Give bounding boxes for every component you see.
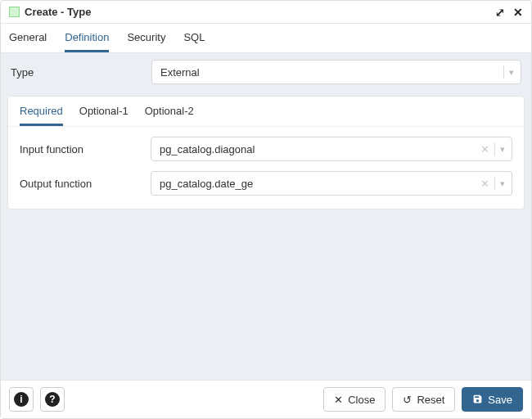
input-function-value: pg_catalog.diagonal: [160, 143, 255, 155]
input-function-row: Input function pg_catalog.diagonal ✕ ▾: [13, 132, 519, 166]
save-button-label: Save: [488, 394, 512, 406]
save-button[interactable]: Save: [462, 387, 523, 412]
clear-icon[interactable]: ✕: [480, 143, 489, 155]
tab-sql[interactable]: SQL: [183, 24, 205, 52]
info-icon: i: [14, 392, 29, 407]
definition-sub-panel: Required Optional-1 Optional-2 Input fun…: [7, 96, 525, 210]
type-select-value: External: [160, 66, 200, 79]
chevron-down-icon[interactable]: ▾: [509, 67, 514, 78]
clear-icon[interactable]: ✕: [480, 178, 489, 190]
titlebar-actions: ⤢ ✕: [495, 7, 523, 18]
tab-security[interactable]: Security: [127, 24, 165, 52]
expand-icon[interactable]: ⤢: [495, 7, 505, 18]
input-function-label: Input function: [20, 143, 151, 155]
sub-body: Input function pg_catalog.diagonal ✕ ▾: [8, 127, 524, 209]
chevron-down-icon[interactable]: ▾: [500, 144, 505, 155]
info-button[interactable]: i: [9, 387, 34, 412]
separator: [494, 177, 495, 190]
output-function-row: Output function pg_catalog.date_ge ✕ ▾: [13, 166, 519, 200]
help-button[interactable]: ?: [40, 387, 65, 412]
tab-definition[interactable]: Definition: [65, 24, 109, 52]
close-icon: ✕: [334, 394, 343, 405]
reset-button-label: Reset: [417, 394, 444, 406]
create-type-dialog: Create - Type ⤢ ✕ General Definition Sec…: [0, 0, 532, 419]
output-function-value: pg_catalog.date_ge: [160, 178, 253, 190]
help-icon: ?: [45, 392, 60, 407]
reset-icon: ↻: [403, 394, 412, 405]
separator: [494, 142, 495, 155]
input-function-select[interactable]: pg_catalog.diagonal ✕ ▾: [151, 137, 512, 161]
close-icon[interactable]: ✕: [513, 7, 523, 18]
type-icon: [9, 7, 20, 17]
sub-tab-required[interactable]: Required: [20, 97, 63, 126]
type-row: Type External ▾: [1, 53, 531, 91]
dialog-body: Type External ▾ Required Optional-1 Opti…: [1, 53, 531, 380]
chevron-down-icon[interactable]: ▾: [500, 178, 505, 189]
sub-tabbar: Required Optional-1 Optional-2: [8, 97, 524, 127]
output-function-label: Output function: [20, 178, 151, 190]
window-title: Create - Type: [25, 6, 495, 18]
type-select[interactable]: External ▾: [151, 60, 521, 84]
tab-general[interactable]: General: [9, 24, 47, 52]
titlebar: Create - Type ⤢ ✕: [1, 1, 531, 24]
output-function-select[interactable]: pg_catalog.date_ge ✕ ▾: [151, 171, 512, 196]
close-button[interactable]: ✕ Close: [323, 387, 385, 412]
sub-tab-optional-2[interactable]: Optional-2: [145, 97, 194, 126]
save-icon: [472, 394, 483, 406]
main-tabbar: General Definition Security SQL: [1, 24, 531, 53]
reset-button[interactable]: ↻ Reset: [392, 387, 455, 412]
sub-tab-optional-1[interactable]: Optional-1: [79, 97, 128, 126]
separator: [503, 65, 504, 79]
type-label: Type: [11, 66, 151, 79]
dialog-footer: i ? ✕ Close ↻ Reset Save: [1, 380, 531, 418]
close-button-label: Close: [348, 394, 375, 406]
